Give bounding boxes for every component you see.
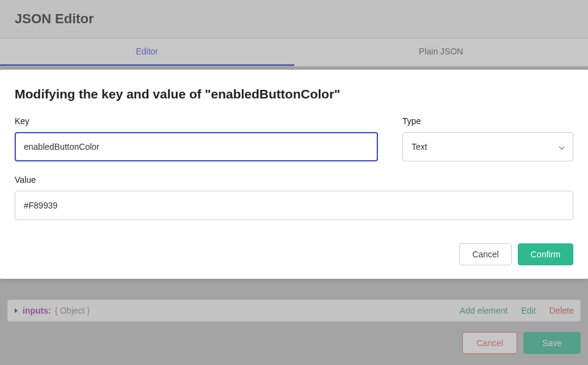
modal-cancel-button[interactable]: Cancel [459,243,512,265]
type-label: Type [402,116,573,126]
key-label: Key [15,116,378,126]
modal-title: Modifying the key and value of "enabledB… [15,87,573,101]
value-input[interactable] [15,191,573,220]
value-label: Value [15,175,573,185]
modal-footer: Cancel Confirm [15,243,573,265]
key-input[interactable] [15,132,378,161]
edit-modal: Modifying the key and value of "enabledB… [0,70,588,279]
type-select-value: Text [412,142,427,152]
modal-confirm-button[interactable]: Confirm [518,243,573,265]
type-select[interactable]: Text [402,132,573,161]
